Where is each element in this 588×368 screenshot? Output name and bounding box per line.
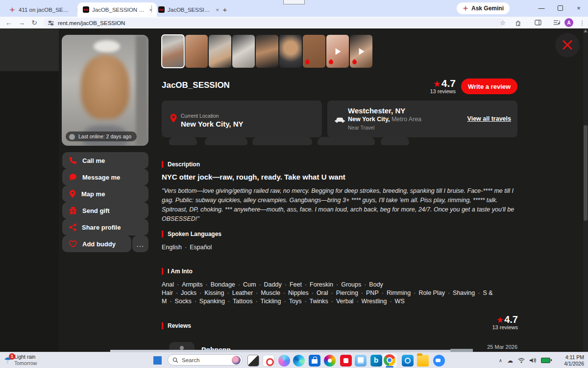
separator-dot: · bbox=[228, 298, 230, 305]
battery-charging-icon[interactable] bbox=[541, 358, 550, 363]
start-button[interactable] bbox=[153, 356, 162, 365]
tag-item[interactable]: Oral bbox=[317, 289, 328, 296]
gallery-thumbnail-3[interactable] bbox=[209, 35, 231, 68]
tag-item[interactable]: Anal bbox=[162, 281, 174, 288]
side-panel-icon[interactable] bbox=[533, 18, 543, 27]
tag-item[interactable]: Armpits bbox=[182, 281, 202, 288]
scrollbar-thumb[interactable] bbox=[584, 125, 588, 221]
message-me-button[interactable]: Message me bbox=[62, 169, 148, 185]
tag-item[interactable]: Daddy bbox=[264, 281, 282, 288]
tag-item[interactable]: PNP bbox=[366, 289, 379, 296]
write-review-button[interactable]: Write a review bbox=[461, 79, 517, 94]
file-explorer-icon[interactable] bbox=[417, 355, 429, 367]
more-actions-button[interactable]: ... bbox=[132, 236, 148, 252]
hidden-tab-pill[interactable] bbox=[318, 137, 375, 145]
map-me-button[interactable]: Map me bbox=[62, 185, 148, 202]
ask-gemini-button[interactable]: Ask Gemini bbox=[457, 2, 510, 14]
call-me-button[interactable]: Call me bbox=[62, 152, 148, 169]
hidden-tab-pill[interactable] bbox=[205, 137, 247, 145]
wifi-icon[interactable] bbox=[518, 358, 525, 363]
tag-item[interactable]: Twinks bbox=[310, 298, 328, 305]
menu-kebab-icon[interactable]: ⋮ bbox=[577, 18, 587, 27]
browser-tab-2-active[interactable]: RM JacOB_SESSION - Male Escort, C × bbox=[77, 2, 157, 17]
tag-item[interactable]: Groups bbox=[341, 281, 361, 288]
copilot-icon[interactable] bbox=[278, 355, 290, 367]
tag-item[interactable]: Shaving bbox=[453, 289, 475, 296]
taskbar-clock[interactable]: 4:11 PM4/1/2026 bbox=[554, 354, 584, 367]
extensions-icon[interactable] bbox=[514, 18, 523, 27]
scroll-up-icon[interactable] bbox=[584, 29, 588, 32]
tag-item[interactable]: Feet bbox=[290, 281, 302, 288]
gallery-thumbnail-4[interactable] bbox=[232, 35, 255, 68]
taskbar-search[interactable]: Search bbox=[168, 354, 243, 366]
browser-tab-3[interactable]: RM JacOB_SESSION - Male Escort, × bbox=[153, 2, 223, 17]
edge-icon[interactable] bbox=[293, 355, 305, 367]
task-view-icon[interactable] bbox=[247, 355, 259, 367]
tag-item[interactable]: Tattoos bbox=[233, 298, 252, 305]
refresh-icon[interactable]: ↻ bbox=[29, 18, 39, 27]
weather-widget[interactable]: ☂1 Light rain Tomorrow bbox=[4, 354, 37, 367]
url-bar[interactable]: rent.men/jacOB_SESSION bbox=[43, 18, 505, 27]
browser-tab-1[interactable]: 411 on jacOB_SESSION (New O × bbox=[4, 2, 84, 17]
gallery-thumbnail-7[interactable] bbox=[303, 35, 325, 68]
mail-icon[interactable] bbox=[355, 355, 367, 367]
tag-item[interactable]: Tickling bbox=[261, 298, 281, 305]
tag-item[interactable]: Kissing bbox=[204, 289, 224, 296]
close-profile-button[interactable] bbox=[555, 33, 580, 57]
tag-item[interactable]: Cum bbox=[243, 281, 256, 288]
gallery-thumbnail-6[interactable] bbox=[279, 35, 302, 68]
tag-item[interactable]: Rimming bbox=[387, 289, 411, 296]
tag-item[interactable]: Piercing bbox=[336, 289, 358, 296]
photos-icon[interactable] bbox=[324, 355, 336, 367]
tag-item[interactable]: Toys bbox=[289, 298, 302, 305]
tag-item[interactable]: Verbal bbox=[336, 298, 353, 305]
gallery-thumbnail-5[interactable] bbox=[256, 35, 278, 68]
volume-icon[interactable] bbox=[530, 358, 536, 363]
gallery-thumbnail-8-video[interactable] bbox=[326, 35, 349, 68]
close-window-button[interactable]: × bbox=[569, 0, 588, 16]
maximize-button[interactable] bbox=[551, 0, 569, 16]
red-app-icon[interactable] bbox=[340, 355, 352, 367]
page-scrollbar[interactable] bbox=[583, 28, 588, 352]
reviews-count[interactable]: 13 reviews bbox=[414, 88, 456, 94]
hidden-tab-pill[interactable] bbox=[252, 137, 312, 145]
camera-app-icon[interactable] bbox=[263, 355, 274, 367]
gallery-thumbnail-1[interactable] bbox=[162, 35, 184, 68]
tag-item[interactable]: Spanking bbox=[199, 298, 225, 305]
tray-chevron-icon[interactable]: ∧ bbox=[499, 358, 502, 363]
microsoft-store-icon[interactable] bbox=[309, 355, 320, 367]
gallery-thumbnail-2[interactable] bbox=[185, 35, 208, 68]
tag-item[interactable]: Nipples bbox=[288, 289, 309, 296]
view-all-travels-link[interactable]: View all travels bbox=[467, 115, 511, 122]
tag-item[interactable]: Bondage bbox=[211, 281, 235, 288]
chrome-taskbar-active[interactable] bbox=[382, 353, 397, 368]
add-buddy-button[interactable]: Add buddy bbox=[62, 236, 131, 252]
bookmark-star-icon[interactable]: ☆ bbox=[498, 18, 508, 27]
tag-item[interactable]: WS bbox=[395, 298, 405, 305]
new-tab-button[interactable]: + bbox=[220, 4, 230, 15]
bing-icon[interactable] bbox=[370, 355, 382, 367]
onedrive-cloud-icon[interactable]: ☁ bbox=[507, 357, 513, 364]
separator-dot: · bbox=[206, 281, 208, 288]
share-profile-button[interactable]: Share profile bbox=[62, 219, 148, 236]
window-artifact bbox=[283, 0, 305, 4]
tag-item[interactable]: Leather bbox=[232, 289, 253, 296]
media-controls-icon[interactable] bbox=[552, 18, 562, 27]
tag-item[interactable]: Socks bbox=[175, 298, 192, 305]
tag-item[interactable]: Role Play bbox=[418, 289, 445, 296]
send-gift-button[interactable]: Send gift bbox=[62, 202, 148, 219]
tag-item[interactable]: Muscle bbox=[261, 289, 280, 296]
back-arrow-icon[interactable]: ← bbox=[4, 18, 14, 27]
minimize-button[interactable]: — bbox=[532, 0, 551, 16]
tag-item[interactable]: Jocks bbox=[181, 289, 196, 296]
outlook-icon[interactable] bbox=[402, 355, 414, 367]
forward-arrow-icon[interactable]: → bbox=[17, 18, 26, 27]
profile-avatar[interactable]: A bbox=[564, 18, 573, 27]
hidden-tab-pill[interactable] bbox=[381, 137, 409, 145]
zoom-icon[interactable] bbox=[433, 355, 445, 367]
tag-item[interactable]: Foreskin bbox=[310, 281, 333, 288]
tag-item[interactable]: Wrestling bbox=[362, 298, 387, 305]
gallery-thumbnail-9-video[interactable] bbox=[350, 35, 372, 68]
profile-photo[interactable]: Last online: 2 days ago bbox=[62, 35, 148, 146]
hidden-tab-pill[interactable] bbox=[169, 137, 197, 145]
